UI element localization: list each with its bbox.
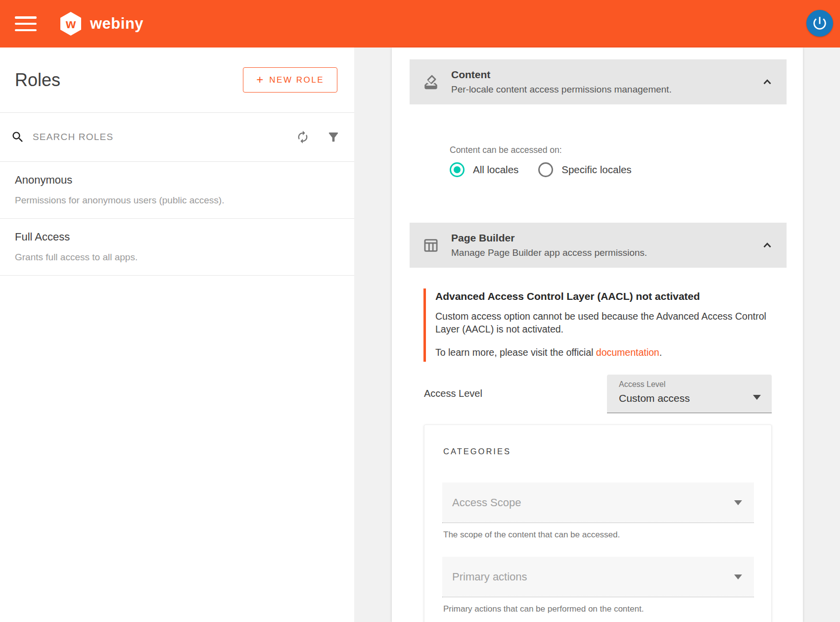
search-input[interactable]: SEARCH ROLES xyxy=(33,132,279,143)
aacl-warning-body: Custom access option cannot be used beca… xyxy=(435,310,788,335)
role-name: Anonymous xyxy=(15,174,339,187)
dropdown-arrow-icon xyxy=(753,395,761,400)
chevron-up-icon[interactable] xyxy=(761,239,774,252)
primary-actions-select[interactable]: Primary actions xyxy=(442,557,754,597)
role-list-item-anonymous[interactable]: Anonymous Permissions for anonymous user… xyxy=(0,162,354,219)
refresh-icon xyxy=(296,130,310,144)
page-builder-table-icon xyxy=(422,237,439,254)
webiny-logo: w webiny xyxy=(58,11,143,36)
content-section-title: Content xyxy=(451,69,761,81)
role-name: Full Access xyxy=(15,231,339,243)
primary-actions-helper: Primary actions that can be performed on… xyxy=(443,604,644,614)
logo-text: webiny xyxy=(90,15,143,33)
radio-all-locales[interactable] xyxy=(450,162,465,177)
dropdown-arrow-icon xyxy=(734,574,742,579)
role-permissions-panel: Content Per-locale content access permis… xyxy=(392,48,803,622)
aacl-warning: Advanced Access Control Layer (AACL) not… xyxy=(423,288,788,362)
page-builder-section-title: Page Builder xyxy=(451,232,761,244)
new-role-button-label: NEW ROLE xyxy=(269,75,324,85)
learn-more-prefix: To learn more, please visit the official xyxy=(435,347,596,358)
filter-button[interactable] xyxy=(327,130,340,144)
top-app-bar: w webiny xyxy=(0,0,840,48)
new-role-button[interactable]: + NEW ROLE xyxy=(243,67,337,93)
search-bar[interactable]: SEARCH ROLES xyxy=(0,112,354,162)
access-level-select[interactable]: Access Level Custom access xyxy=(607,375,772,413)
panel-header: Roles + NEW ROLE xyxy=(0,48,354,112)
plus-icon: + xyxy=(256,73,263,87)
ballot-box-icon xyxy=(422,74,439,91)
user-avatar[interactable] xyxy=(806,10,833,37)
gravatar-power-icon xyxy=(811,15,828,32)
filter-icon xyxy=(327,130,340,144)
hamburger-menu-icon[interactable] xyxy=(15,16,37,31)
role-list-item-full-access[interactable]: Full Access Grants full access to all ap… xyxy=(0,219,354,276)
refresh-button[interactable] xyxy=(296,130,310,144)
role-description: Grants full access to all apps. xyxy=(15,252,339,263)
locales-radio-group: All locales Specific locales xyxy=(450,162,652,177)
aacl-warning-title: Advanced Access Control Layer (AACL) not… xyxy=(435,290,788,302)
aacl-warning-learn-more: To learn more, please visit the official… xyxy=(435,346,788,359)
access-level-field-label: Access Level xyxy=(619,380,760,389)
locales-access-label: Content can be accessed on: xyxy=(450,145,562,155)
access-level-value: Custom access xyxy=(619,392,760,404)
role-description: Permissions for anonymous users (public … xyxy=(15,195,339,206)
dropdown-arrow-icon xyxy=(734,500,742,505)
documentation-link[interactable]: documentation xyxy=(596,347,659,358)
content-section-header[interactable]: Content Per-locale content access permis… xyxy=(410,59,787,104)
page-title: Roles xyxy=(15,70,60,91)
svg-text:w: w xyxy=(65,16,76,31)
radio-all-locales-label[interactable]: All locales xyxy=(473,164,518,176)
content-section-subtitle: Per-locale content access permissions ma… xyxy=(451,84,761,95)
webiny-hexagon-icon: w xyxy=(58,11,83,36)
page-builder-section-subtitle: Manage Page Builder app access permissio… xyxy=(451,247,761,258)
radio-specific-locales[interactable] xyxy=(538,162,553,177)
access-scope-placeholder: Access Scope xyxy=(452,496,734,509)
access-scope-helper: The scope of the content that can be acc… xyxy=(443,530,620,540)
roles-list-panel: Roles + NEW ROLE SEARCH ROLES Anonymous … xyxy=(0,48,354,622)
chevron-up-icon[interactable] xyxy=(761,76,774,89)
categories-card: CATEGORIES Access Scope The scope of the… xyxy=(424,425,772,622)
learn-more-suffix: . xyxy=(659,347,662,358)
access-level-row-label: Access Level xyxy=(424,388,482,399)
primary-actions-placeholder: Primary actions xyxy=(452,571,734,583)
page-builder-section-header[interactable]: Page Builder Manage Page Builder app acc… xyxy=(410,223,787,268)
search-icon xyxy=(11,130,25,144)
radio-specific-locales-label[interactable]: Specific locales xyxy=(561,164,631,176)
access-scope-select[interactable]: Access Scope xyxy=(442,482,754,523)
categories-title: CATEGORIES xyxy=(443,447,511,456)
